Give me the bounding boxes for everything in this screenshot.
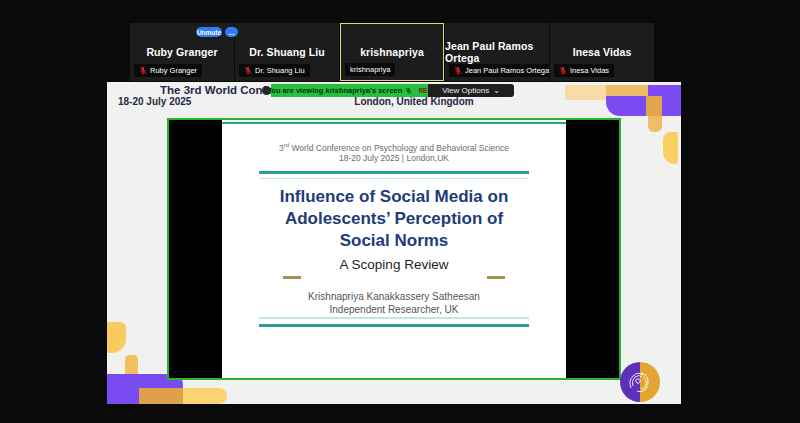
gold-dash-left	[283, 276, 301, 279]
muted-mic-icon	[454, 66, 462, 75]
decor-purple-arm	[606, 96, 681, 116]
decor-yellow-blob	[107, 322, 126, 353]
shared-screen: The 3rd World Conference You are viewing…	[107, 82, 681, 404]
divider-thick-top	[259, 171, 529, 174]
participant-tile[interactable]: Inesa Vidas Inesa Vidas	[550, 23, 654, 81]
shared-header-location: London, United Kingdom	[334, 96, 494, 107]
zoom-meeting-window: Ruby Granger Ruby Granger Dr. Shuang Liu…	[0, 0, 800, 423]
muted-mic-icon	[139, 66, 147, 75]
decor-orange-bar	[139, 388, 183, 404]
slide-author: Krishnapriya Kanakkassery Satheesan	[222, 290, 566, 303]
muted-mic-icon	[244, 66, 252, 75]
presentation-slide: 3rd World Conference on Psychology and B…	[222, 120, 566, 378]
slide-top-rule	[222, 122, 566, 124]
participant-tile[interactable]: Jean Paul Ramos Ortega Jean Paul Ramos O…	[445, 23, 549, 81]
participant-label: krishnapriya	[345, 63, 395, 76]
view-options-button[interactable]: View Options ⌄	[428, 84, 514, 97]
decor-yellow-tab	[663, 132, 678, 164]
slide-author-block: Krishnapriya Kanakkassery Satheesan Inde…	[222, 290, 566, 316]
decor-orange-tab	[648, 116, 662, 132]
viewing-banner: You are viewing krishnapriya's screen RE…	[271, 84, 428, 97]
participant-label: Inesa Vidas	[554, 64, 614, 77]
participant-label: Ruby Granger	[134, 64, 202, 77]
divider-light-top	[259, 178, 529, 180]
banner-muted-mic-icon	[405, 87, 412, 95]
participant-tile[interactable]: Dr. Shuang Liu Dr. Shuang Liu	[235, 23, 339, 81]
divider-light-bottom	[259, 317, 529, 319]
slide-subtitle: A Scoping Review	[222, 257, 566, 272]
slide-affiliation: Independent Researcher, UK	[222, 303, 566, 316]
decor-band-pale	[565, 85, 610, 100]
decor-pale-bar	[183, 388, 227, 404]
chevron-down-icon: ⌄	[493, 88, 500, 94]
muted-mic-icon	[559, 66, 567, 75]
participant-tile-active-speaker[interactable]: krishnapriya krishnapriya	[340, 23, 444, 81]
shared-header-dates: 18-20 July 2025	[118, 96, 191, 107]
decor-orange-overlap	[646, 96, 662, 116]
more-options-button[interactable]: ...	[225, 27, 238, 37]
participant-label: Jean Paul Ramos Ortega	[449, 64, 554, 77]
unmute-button[interactable]: Unmute	[196, 27, 222, 37]
participant-label: Dr. Shuang Liu	[239, 64, 310, 77]
slide-conference-date: 18-20 July 2025 | London,UK	[339, 153, 449, 163]
slide-conference-header: 3rd World Conference on Psychology and B…	[222, 140, 566, 164]
slide-title: Influence of Social Media on Adolescents…	[222, 186, 566, 252]
gold-dash-right	[487, 276, 505, 279]
divider-thick-bottom	[259, 324, 529, 327]
conference-logo	[619, 361, 661, 403]
slide-frame: 3rd World Conference on Psychology and B…	[167, 118, 621, 380]
